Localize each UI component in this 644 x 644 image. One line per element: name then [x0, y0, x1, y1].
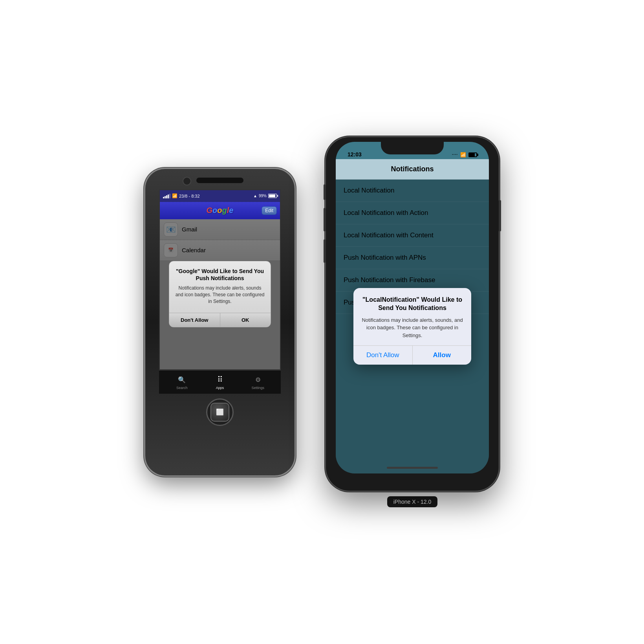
iphonex-screen: 12:03 ···· 📶 Notifications — [336, 142, 489, 473]
battery-percent: 99% — [259, 194, 267, 198]
apps-tab-icon: ⠿ — [214, 374, 225, 385]
iphonex-status-right: ···· 📶 — [452, 152, 477, 158]
apps-tab-label: Apps — [216, 386, 224, 390]
iphonex-allow-button[interactable]: Allow — [413, 346, 472, 365]
iphone4-alert-body: "Google" Would Like to Send You Push Not… — [169, 261, 271, 309]
iphonex-volume-down-button[interactable] — [324, 239, 326, 263]
iphonex-left-buttons — [324, 184, 326, 263]
iphonex-alert-title: "LocalNotification" Would Like to Send Y… — [360, 296, 464, 312]
iphone4-screen: 📶 23/8 - 8:32 ▲ 99% Google Edit — [159, 189, 281, 370]
iphone4-statusbar: 📶 23/8 - 8:32 ▲ 99% — [160, 190, 280, 202]
iphone4-tabbar: 🔍 Search ⠿ Apps ⚙ Settings — [159, 370, 281, 394]
iphonex-alert-overlay: "LocalNotification" Would Like to Send Y… — [336, 180, 489, 473]
iphonex-alert-body: "LocalNotification" Would Like to Send Y… — [353, 288, 471, 345]
iphonex-time: 12:03 — [348, 151, 362, 158]
wifi-icon: 📶 — [172, 193, 177, 198]
tab-settings[interactable]: ⚙ Settings — [239, 374, 277, 390]
iphone4-status-left: 📶 23/8 - 8:32 — [163, 193, 200, 198]
iphonex-dont-allow-button[interactable]: Don't Allow — [353, 346, 413, 365]
iphone4-navbar: Google Edit — [160, 202, 280, 219]
search-tab-label: Search — [176, 386, 188, 390]
iphone4-home-button[interactable] — [210, 403, 229, 422]
tab-search[interactable]: 🔍 Search — [163, 374, 201, 390]
iphonex-battery-fill — [469, 153, 475, 156]
iphone4-speaker — [196, 178, 243, 183]
iphonex-alert-message: Notifications may include alerts, sounds… — [360, 316, 464, 339]
battery-icon — [268, 194, 277, 198]
iphonex-mute-button[interactable] — [324, 184, 326, 200]
settings-tab-label: Settings — [251, 386, 264, 390]
search-tab-icon: 🔍 — [176, 374, 187, 385]
iphonex-device: 12:03 ···· 📶 Notifications — [326, 137, 499, 491]
iphone4-ok-button[interactable]: OK — [220, 313, 271, 327]
signal-icon — [163, 194, 170, 198]
iphone4-alert-message: Notifications may include alerts, sounds… — [175, 285, 265, 305]
iphone4-alert-buttons: Don't Allow OK — [169, 313, 271, 327]
iphonex-power-button[interactable] — [499, 200, 501, 231]
iphone4-device: 📶 23/8 - 8:32 ▲ 99% Google Edit — [145, 169, 295, 475]
iphone4-alert: "Google" Would Like to Send You Push Not… — [169, 261, 271, 327]
iphonex-volume-up-button[interactable] — [324, 208, 326, 231]
iphone4-alert-title: "Google" Would Like to Send You Push Not… — [175, 268, 265, 282]
iphonex-wifi-icon: 📶 — [460, 152, 466, 158]
location-icon: ▲ — [253, 194, 257, 198]
iphonex-battery-icon — [468, 152, 477, 157]
scene: 📶 23/8 - 8:32 ▲ 99% Google Edit — [0, 0, 644, 644]
iphone4-navbar-title: Google — [207, 206, 234, 215]
tab-apps[interactable]: ⠿ Apps — [201, 374, 239, 390]
iphone4-status-right: ▲ 99% — [253, 194, 277, 198]
iphone4-list: 📧 Gmail 📅 Calendar "Google" Would Like t… — [160, 219, 280, 261]
iphonex-navbar-title: Notifications — [391, 165, 434, 173]
iphonex-notch — [381, 142, 444, 154]
iphonex-label: iPhone X - 12.0 — [387, 496, 438, 507]
iphonex-wrapper: 12:03 ···· 📶 Notifications — [326, 137, 499, 507]
settings-tab-icon: ⚙ — [252, 374, 263, 385]
iphonex-signal: ···· — [452, 152, 458, 157]
iphonex-right-buttons — [499, 200, 501, 231]
iphonex-navbar: Notifications — [336, 159, 489, 180]
battery-fill — [269, 194, 275, 197]
edit-button[interactable]: Edit — [262, 206, 277, 215]
iphonex-alert-buttons: Don't Allow Allow — [353, 345, 471, 365]
iphone4-dont-allow-button[interactable]: Don't Allow — [169, 313, 220, 327]
iphonex-alert: "LocalNotification" Would Like to Send Y… — [353, 288, 471, 365]
iphone4-alert-overlay: "Google" Would Like to Send You Push Not… — [160, 219, 280, 369]
iphone4-home-area — [206, 398, 234, 426]
statusbar-time: 23/8 - 8:32 — [179, 194, 200, 198]
